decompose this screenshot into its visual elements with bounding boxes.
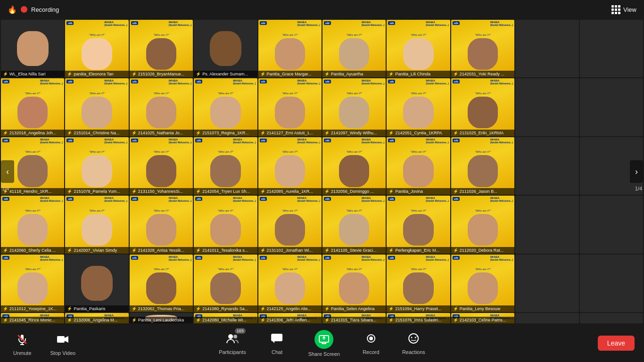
video-cell-name: ⚡2141105_Stevie Graci... (322, 247, 386, 254)
video-cell-name: ⚡Panitia_Lili Chinda (387, 71, 450, 77)
view-button[interactable]: View (611, 5, 636, 14)
video-cell-name: ⚡2141025_Nathania Jo... (130, 130, 193, 136)
video-cell-name: ⚡2141045_Rince Monic... (1, 317, 64, 323)
video-cell: uib IMABA(Ibadah Mahasisw...) "Who am I?… (194, 196, 257, 253)
video-cell-name: ⚡2112020_Debora Rat... (451, 247, 514, 254)
video-cell-name: ⚡2132018_Angelina Joh... (1, 130, 64, 136)
video-cell: uib IMABA(Ibadah Mahasisw...) "Who am I?… (451, 78, 514, 136)
video-cell-name: ⚡Panitia_Selen Angelina (322, 305, 386, 312)
video-cell-name: ⚡2142007_Vivian Simdy (65, 247, 128, 254)
video-cell-name: ⚡2141080_Rynando Sa... (194, 305, 257, 312)
video-cell: uib IMABA(Ibadah Mahasisw...) "Who am I?… (258, 196, 322, 253)
video-cell: uib IMABA(Ibadah Mahasisw...) "Who am I?… (322, 196, 386, 253)
next-page-button[interactable]: › (630, 160, 643, 183)
video-cell: uib IMABA(Ibadah Mahasisw...) "Who am I?… (130, 255, 193, 312)
grid-icon (611, 5, 620, 14)
record-button[interactable]: Record (359, 328, 383, 359)
video-cell: uib IMABA(Ibadah Mahasisw...) "Who am I?… (1, 313, 64, 323)
video-cell (515, 255, 578, 312)
video-cell: uib IMABA(Ibadah Mahasisw...) "Who am I?… (194, 313, 257, 323)
video-cell: uib IMABA(Ibadah Mahasisw...) "Who am I?… (65, 20, 128, 77)
flame-icon: 🔥 (8, 5, 17, 14)
video-cell: uib IMABA(Ibadah Mahasisw...) "Who am I?… (322, 78, 386, 136)
video-cell: uib IMABA(Ibadah Mahasisw...) "Who am I?… (451, 137, 514, 195)
video-cell-name: ⚡2132062_Thomas Pria... (130, 305, 193, 312)
video-grid: ⚡WL_Elisa Nilla Sari uib IMABA(Ibadah Ma… (0, 19, 644, 324)
participants-icon: 165 (224, 330, 241, 347)
video-cell-name: ⚡Panitia_Paskaris (65, 305, 128, 312)
chat-label: Chat (272, 349, 282, 355)
video-cell-name: ⚡41118_Hendro_1KR... (1, 188, 64, 195)
leave-button[interactable]: Leave (598, 336, 635, 351)
video-cell: uib IMABA(Ibadah Mahasisw...) "Who am I?… (322, 137, 386, 195)
share-screen-icon (314, 330, 333, 349)
share-screen-label: Share Screen (308, 351, 340, 357)
video-cell: uib IMABA(Ibadah Mahasisw...) "Who am I?… (322, 313, 386, 323)
video-cell: uib IMABA(Ibadah Mahasisw...) "Who am I?… (1, 196, 64, 253)
reactions-button[interactable]: + Reactions (398, 328, 429, 359)
svg-point-6 (233, 335, 237, 338)
chat-button[interactable]: Chat (265, 328, 289, 359)
video-cell: uib IMABA(Ibadah Mahasisw...) "Who am I?… (451, 196, 514, 253)
video-cell-name: ⚡2151073_Regina_1KR... (194, 130, 257, 136)
video-cell: uib IMABA(Ibadah Mahasisw...) "Who am I?… (451, 20, 514, 77)
top-bar: 🔥 Recording View (0, 0, 644, 19)
toolbar-left: Unmute Stop Video (9, 329, 79, 358)
video-cell-name: ⚡2141306_Jefri Ariffen... (258, 317, 322, 323)
video-cell-name: ⚡2142054_Tryen Lux Sh... (194, 188, 257, 195)
video-cell: uib IMABA(Ibadah Mahasisw...) "Who am I?… (194, 78, 257, 136)
video-cell: uib IMABA(Ibadah Mahasisw...) "Who am I?… (387, 78, 450, 136)
video-cell: uib IMABA(Ibadah Mahasisw...) "Who am I?… (322, 20, 386, 77)
video-cell: uib IMABA(Ibadah Mahasisw...) "Who am I?… (258, 255, 322, 312)
prev-page-button[interactable]: ‹ (1, 160, 14, 183)
video-cell-name: ⚡2151076_Imra Sulastri... (387, 317, 450, 323)
video-cell (580, 255, 643, 312)
video-cell: uib IMABA(Ibadah Mahasisw...) "Who am I?… (387, 20, 450, 77)
video-cell: ⚡Ps. Alexander Sumam... (194, 20, 257, 77)
toolbar-right: Leave (598, 336, 635, 351)
video-cell: uib IMABA(Ibadah Mahasisw...) "Who am I?… (451, 255, 514, 312)
video-cell: uib IMABA(Ibadah Mahasisw...) "Who am I?… (65, 313, 128, 323)
share-screen-button[interactable]: Share Screen (305, 328, 344, 359)
video-cell-name: ⚡2142031_Yoki Ready ... (451, 71, 514, 77)
video-cell-name: ⚡2151014_Christine Na... (65, 130, 128, 136)
reactions-label: Reactions (402, 349, 425, 355)
page-indicator-left: 1/4 (2, 186, 9, 191)
record-label: Record (363, 349, 379, 355)
participants-label: Participants (219, 349, 246, 355)
video-cell: uib IMABA(Ibadah Mahasisw...) "Who am I?… (387, 137, 450, 195)
video-cell-name: ⚡2141315_Tiara Sibara... (322, 317, 386, 323)
video-cell: uib IMABA(Ibadah Mahasisw...) "Who am I?… (451, 313, 514, 323)
mic-icon (14, 331, 31, 348)
video-cell: uib IMABA(Ibadah Mahasisw...) "Who am I?… (65, 137, 128, 195)
video-cell: uib IMABA(Ibadah Mahasisw...) "Who am I?… (1, 78, 64, 136)
svg-point-12 (411, 337, 413, 338)
video-cell-name: ⚡2151026_BryanManue... (130, 71, 193, 77)
video-cell-name: ⚡2132056_Dominggo ... (322, 188, 386, 195)
page-indicator-right: 1/4 (635, 186, 642, 191)
participants-button[interactable]: 165 Participants (215, 328, 249, 359)
video-cell-name: ⚡Perlengkapan_Eric M... (387, 247, 450, 254)
video-cell: uib IMABA(Ibadah Mahasisw...) "Who am I?… (258, 137, 322, 195)
video-cell-name: ⚡WL_Elisa Nilla Sari (1, 71, 64, 77)
svg-point-10 (369, 337, 373, 340)
video-cell-name: ⚡2111012_Yosepine_1K... (1, 305, 64, 312)
video-cell: ⚡WL_Elisa Nilla Sari (1, 20, 64, 77)
video-cell: uib IMABA(Ibadah Mahasisw...) "Who am I?… (258, 20, 322, 77)
unmute-button[interactable]: Unmute (9, 329, 35, 358)
video-cell (580, 78, 643, 136)
video-cell (515, 313, 578, 323)
video-cell: uib IMABA(Ibadah Mahasisw...) "Who am I?… (130, 196, 193, 253)
video-cell-name: ⚡2151078_Pamela Yum... (65, 188, 128, 195)
video-cell-name: ⚡panitia_Eleonora Tan (65, 71, 128, 77)
svg-text:+: + (416, 334, 418, 338)
video-cell-name: ⚡2142103_Celine Patris... (451, 317, 514, 323)
video-cell-name: ⚡2142080_Michelle Wi... (194, 317, 257, 323)
recording-dot (21, 6, 27, 13)
video-cell-name: ⚡2111026_Jason B... (451, 188, 514, 195)
video-cell-name: ⚡Panitia_Leny Besouw (451, 305, 514, 312)
video-cell: ⚡Panitia_Paskaris (65, 255, 128, 312)
stop-video-button[interactable]: Stop Video (47, 329, 80, 358)
video-grid-wrapper: ⚡WL_Elisa Nilla Sari uib IMABA(Ibadah Ma… (0, 19, 644, 324)
bottom-bar: Unmute Stop Video 165 (0, 324, 644, 362)
